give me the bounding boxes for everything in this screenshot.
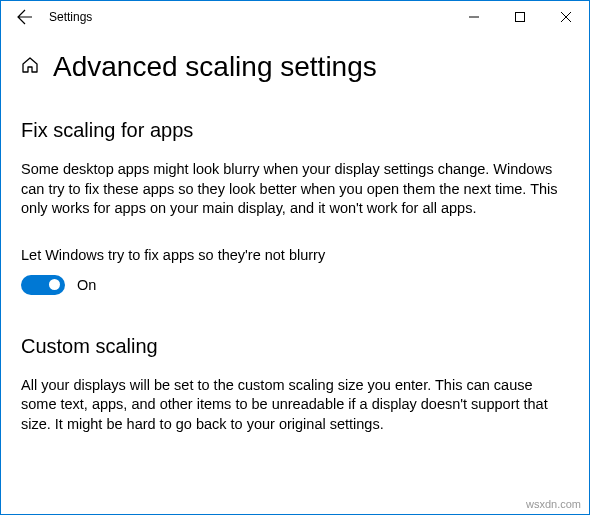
titlebar: Settings <box>1 1 589 33</box>
page-header: Advanced scaling settings <box>21 51 569 83</box>
fix-blurry-toggle[interactable] <box>21 275 65 295</box>
toggle-label: Let Windows try to fix apps so they're n… <box>21 247 569 263</box>
section-custom-scaling-body: All your displays will be set to the cus… <box>21 376 561 435</box>
minimize-icon <box>469 12 479 22</box>
toggle-knob <box>49 279 60 290</box>
section-fix-scaling-title: Fix scaling for apps <box>21 119 569 142</box>
svg-rect-1 <box>516 13 525 22</box>
toggle-row: On <box>21 275 569 295</box>
page-title: Advanced scaling settings <box>53 51 377 83</box>
maximize-button[interactable] <box>497 1 543 33</box>
minimize-button[interactable] <box>451 1 497 33</box>
home-icon[interactable] <box>21 56 39 79</box>
close-icon <box>561 12 571 22</box>
watermark: wsxdn.com <box>526 498 581 510</box>
maximize-icon <box>515 12 525 22</box>
content-area: Advanced scaling settings Fix scaling fo… <box>1 33 589 434</box>
window-controls <box>451 1 589 33</box>
section-fix-scaling-body: Some desktop apps might look blurry when… <box>21 160 561 219</box>
window-title: Settings <box>49 10 92 24</box>
section-custom-scaling-title: Custom scaling <box>21 335 569 358</box>
back-button[interactable] <box>9 1 41 33</box>
toggle-state-text: On <box>77 277 96 293</box>
back-arrow-icon <box>17 9 33 25</box>
close-button[interactable] <box>543 1 589 33</box>
